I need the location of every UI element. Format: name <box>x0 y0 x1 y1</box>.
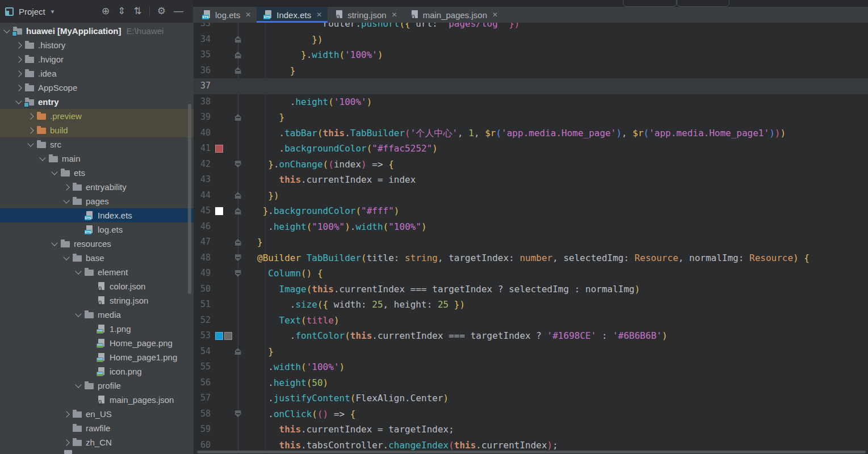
tree-row-rawfile[interactable]: rawfile <box>0 421 194 435</box>
code-text[interactable]: .onClick(() => { <box>257 406 868 422</box>
chevron-down-icon[interactable] <box>74 268 85 277</box>
project-tree-scrollbar[interactable] <box>188 104 191 294</box>
code-line-39[interactable]: 39 } <box>194 110 868 125</box>
tree-row-entry[interactable]: entry <box>0 95 194 109</box>
chevron-right-icon[interactable] <box>62 183 73 192</box>
tree-row-AppScope[interactable]: AppScope <box>0 81 194 95</box>
code-line-50[interactable]: 50 Image(this.currentIndex === targetInd… <box>194 281 868 297</box>
code-line-33[interactable]: 33 router.pushUrl({ url: 'pages/log' }) <box>194 23 868 32</box>
tree-row-media[interactable]: media <box>0 308 194 322</box>
close-icon[interactable]: ✕ <box>316 11 322 19</box>
tree-row-main_pages.json[interactable]: {}main_pages.json <box>0 393 194 407</box>
code-line-51[interactable]: 51 .size({ width: 25, height: 25 }) <box>194 297 868 313</box>
code-line-54[interactable]: 54 } <box>194 344 868 360</box>
fold-end-icon[interactable] <box>235 67 241 74</box>
tree-row-resources[interactable]: resources <box>0 237 194 251</box>
chevron-right-icon[interactable] <box>14 41 25 50</box>
tree-row-.hvigor[interactable]: .hvigor <box>0 52 194 66</box>
chevron-down-icon[interactable] <box>50 239 61 249</box>
fold-end-icon[interactable] <box>235 36 241 43</box>
code-line-59[interactable]: 59 this.currentIndex = targetIndex; <box>194 422 868 438</box>
fold-end-icon[interactable] <box>235 208 241 215</box>
tree-row-main[interactable]: main <box>0 152 194 166</box>
code-line-42[interactable]: 42 }.onChange((index) => { <box>194 157 868 173</box>
tree-row-.history[interactable]: .history <box>0 38 194 52</box>
code-text[interactable]: .fontColor(this.currentIndex === targetI… <box>257 328 868 344</box>
close-icon[interactable]: ✕ <box>245 11 251 19</box>
chevron-right-icon[interactable] <box>14 83 25 93</box>
editor-horizontal-scrollbar[interactable] <box>197 451 866 453</box>
code-line-47[interactable]: 47} <box>194 234 868 250</box>
chevron-right-icon[interactable] <box>14 69 25 78</box>
color-swatch[interactable] <box>215 207 223 215</box>
tree-row-Index.ets[interactable]: ETSIndex.ets <box>0 208 194 222</box>
tree-row-Home_page.png[interactable]: Home_page.png <box>0 336 194 350</box>
code-line-43[interactable]: 43 this.currentIndex = index <box>194 172 868 188</box>
code-line-38[interactable]: 38 .height('100%') <box>194 94 868 110</box>
code-text[interactable]: Image(this.currentIndex === targetIndex … <box>257 281 868 297</box>
color-swatch[interactable] <box>215 332 223 340</box>
code-line-55[interactable]: 55 .width('100%') <box>194 359 868 375</box>
fold-start-icon[interactable] <box>235 410 241 417</box>
tree-row-profile[interactable]: profile <box>0 379 194 393</box>
chevron-down-icon[interactable] <box>26 140 37 149</box>
chevron-down-icon[interactable]: ▾ <box>51 8 54 15</box>
tree-row-string.json[interactable]: {}string.json <box>0 293 194 308</box>
tree-row-zh_CN[interactable]: zh_CN <box>0 435 194 449</box>
code-text[interactable]: }.width('100%') <box>257 47 868 63</box>
close-icon[interactable]: ✕ <box>492 11 498 19</box>
tree-row-color.json[interactable]: {}color.json <box>0 279 194 293</box>
code-line-56[interactable]: 56 .height(50) <box>194 375 868 391</box>
close-icon[interactable]: ✕ <box>392 11 397 19</box>
chevron-right-icon[interactable] <box>62 438 73 447</box>
fold-end-icon[interactable] <box>235 192 241 199</box>
chevron-down-icon[interactable] <box>74 310 85 320</box>
tree-row-.idea[interactable]: .idea <box>0 66 194 81</box>
tab-main_pages.json[interactable]: {}main_pages.json✕ <box>403 7 504 23</box>
tree-row-en_US[interactable]: en_US <box>0 407 194 421</box>
chevron-down-icon[interactable] <box>74 381 85 390</box>
code-line-52[interactable]: 52 Text(title) <box>194 313 868 329</box>
project-selector[interactable]: Project <box>19 7 45 16</box>
tree-row-1.png[interactable]: 1.png <box>0 322 194 336</box>
tree-row-build[interactable]: build <box>0 123 194 137</box>
tree-row-src[interactable]: src <box>0 137 194 152</box>
code-text[interactable]: .height(50) <box>257 375 868 391</box>
code-line-44[interactable]: 44 }) <box>194 188 868 204</box>
fold-end-icon[interactable] <box>235 52 241 58</box>
settings-gear-icon[interactable]: ⚙ <box>157 0 166 23</box>
code-line-53[interactable]: 53 .fontColor(this.currentIndex === targ… <box>194 328 868 344</box>
chevron-right-icon[interactable] <box>26 112 37 121</box>
code-text[interactable]: .justifyContent(FlexAlign.Center) <box>257 390 868 406</box>
code-text[interactable]: router.pushUrl({ url: 'pages/log' }) <box>257 23 868 32</box>
tree-row-ets[interactable]: ets <box>0 166 194 180</box>
chevron-down-icon[interactable] <box>50 169 61 178</box>
tab-Index.ets[interactable]: ETSIndex.ets✕ <box>257 7 328 23</box>
code-text[interactable]: } <box>257 63 868 79</box>
code-line-41[interactable]: 41 .backgroundColor("#ffac5252") <box>194 141 868 157</box>
code-text[interactable]: }) <box>257 32 868 48</box>
tree-row-huawei [MyApplication][interactable]: huawei [MyApplication]E:\huawei <box>0 24 194 38</box>
tree-row-entryability[interactable]: entryability <box>0 180 194 194</box>
code-line-40[interactable]: 40 .tabBar(this.TabBuilder('个人中心', 1, $r… <box>194 125 868 141</box>
fold-end-icon[interactable] <box>235 114 241 121</box>
code-text[interactable]: } <box>257 110 868 125</box>
tree-row-icon.png[interactable]: icon.png <box>0 364 194 379</box>
chevron-down-icon[interactable] <box>62 197 73 206</box>
code-line-45[interactable]: 45 }.backgroundColor("#fff") <box>194 203 868 219</box>
code-text[interactable]: .width('100%') <box>257 359 868 375</box>
tab-log.ets[interactable]: ETSlog.ets✕ <box>195 7 257 23</box>
hide-panel-icon[interactable]: — <box>174 0 183 23</box>
collapse-all-icon[interactable]: ⇅ <box>134 0 142 23</box>
tree-row-.preview[interactable]: .preview <box>0 109 194 123</box>
code-line-36[interactable]: 36 } <box>194 63 868 79</box>
locate-file-icon[interactable]: ⊕ <box>102 0 110 23</box>
fold-end-icon[interactable] <box>235 239 241 246</box>
code-line-46[interactable]: 46 .height("100%").width("100%") <box>194 219 868 235</box>
code-line-58[interactable]: 58 .onClick(() => { <box>194 406 868 422</box>
code-line-35[interactable]: 35 }.width('100%') <box>194 47 868 63</box>
code-text[interactable]: .tabBar(this.TabBuilder('个人中心', 1, $r('a… <box>257 125 868 141</box>
chevron-down-icon[interactable] <box>38 154 49 163</box>
tree-row-base[interactable]: base <box>0 251 194 265</box>
fold-start-icon[interactable] <box>235 270 241 277</box>
